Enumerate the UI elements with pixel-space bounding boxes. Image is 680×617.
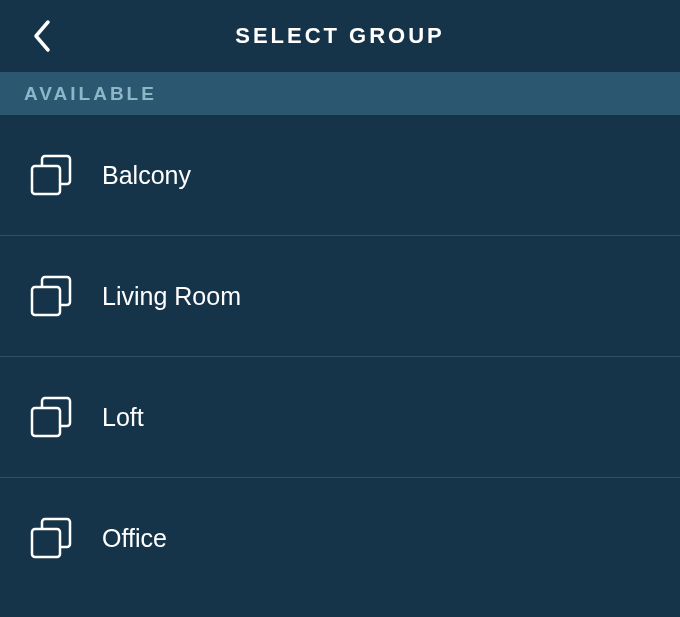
- section-header: AVAILABLE: [0, 72, 680, 115]
- group-label: Office: [102, 524, 167, 553]
- list-item[interactable]: Loft: [0, 357, 680, 478]
- list-item[interactable]: Balcony: [0, 115, 680, 236]
- group-list: Balcony Living Room Loft Office: [0, 115, 680, 598]
- group-label: Balcony: [102, 161, 191, 190]
- page-title: SELECT GROUP: [235, 23, 445, 49]
- group-icon: [30, 154, 72, 196]
- header: SELECT GROUP: [0, 0, 680, 72]
- svg-rect-2: [32, 408, 60, 436]
- group-label: Loft: [102, 403, 144, 432]
- svg-rect-1: [32, 287, 60, 315]
- svg-rect-0: [32, 166, 60, 194]
- group-icon: [30, 275, 72, 317]
- svg-rect-3: [32, 529, 60, 557]
- group-icon: [30, 396, 72, 438]
- group-label: Living Room: [102, 282, 241, 311]
- section-label: AVAILABLE: [24, 83, 656, 105]
- list-item[interactable]: Living Room: [0, 236, 680, 357]
- back-button[interactable]: [32, 19, 52, 53]
- chevron-left-icon: [32, 19, 52, 53]
- list-item[interactable]: Office: [0, 478, 680, 598]
- group-icon: [30, 517, 72, 559]
